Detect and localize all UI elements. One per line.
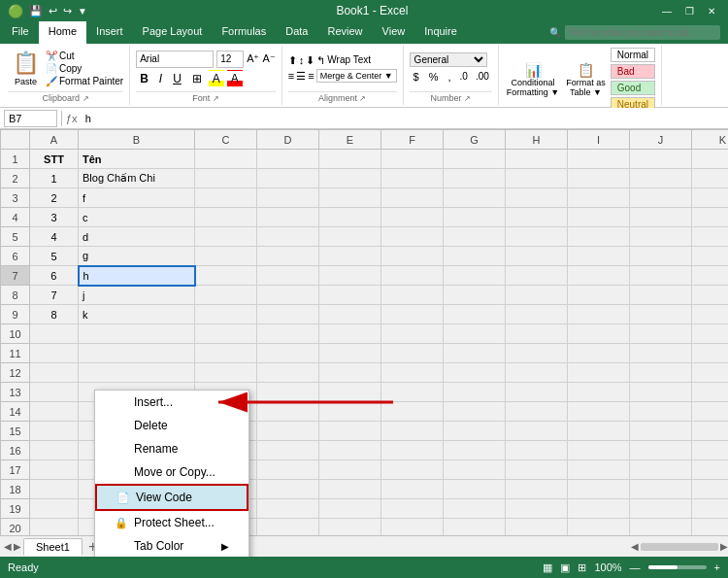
style-normal[interactable]: Normal bbox=[611, 48, 655, 62]
cell-k1[interactable] bbox=[692, 150, 729, 169]
cell-j5[interactable] bbox=[630, 227, 692, 247]
cell-i10[interactable] bbox=[568, 324, 630, 344]
cell-e6[interactable] bbox=[319, 247, 381, 266]
cell-e20[interactable] bbox=[319, 519, 381, 536]
cell-e3[interactable] bbox=[319, 188, 381, 208]
cell-a17[interactable] bbox=[30, 460, 79, 480]
cell-a5[interactable]: 4 bbox=[30, 227, 79, 247]
cell-f10[interactable] bbox=[381, 324, 444, 344]
cell-j10[interactable] bbox=[630, 324, 692, 344]
cell-d18[interactable] bbox=[257, 480, 319, 499]
cell-h6[interactable] bbox=[506, 247, 568, 266]
cell-b2[interactable]: Blog Chấm Chi bbox=[79, 169, 195, 188]
cell-k4[interactable] bbox=[692, 208, 729, 227]
row-header-20[interactable]: 20 bbox=[1, 519, 30, 536]
quick-access-undo[interactable]: ↩ bbox=[49, 5, 57, 17]
cell-d17[interactable] bbox=[257, 460, 319, 480]
cell-g1[interactable] bbox=[444, 150, 506, 169]
cell-c4[interactable] bbox=[195, 208, 257, 227]
row-header-2[interactable]: 2 bbox=[1, 169, 30, 188]
row-header-16[interactable]: 16 bbox=[1, 441, 30, 460]
cell-i17[interactable] bbox=[568, 460, 630, 480]
merge-center-button[interactable]: Merge & Center ▼ bbox=[316, 69, 397, 83]
cell-a6[interactable]: 5 bbox=[30, 247, 79, 266]
scroll-bar-left[interactable]: ◀ bbox=[631, 541, 639, 552]
cell-k5[interactable] bbox=[692, 227, 729, 247]
cell-j3[interactable] bbox=[630, 188, 692, 208]
cell-e8[interactable] bbox=[319, 286, 381, 305]
quick-access-more[interactable]: ▼ bbox=[78, 6, 87, 17]
cell-k7[interactable] bbox=[692, 266, 729, 286]
tab-inquire[interactable]: Inquire bbox=[414, 21, 467, 44]
cell-k14[interactable] bbox=[692, 402, 729, 422]
cell-j19[interactable] bbox=[630, 499, 692, 519]
cell-k17[interactable] bbox=[692, 460, 729, 480]
scroll-right-icon[interactable]: ▶ bbox=[14, 541, 21, 552]
cell-a3[interactable]: 2 bbox=[30, 188, 79, 208]
cut-button[interactable]: ✂️ Cut bbox=[46, 51, 123, 61]
align-middle-button[interactable]: ↕ bbox=[299, 54, 305, 67]
cell-b1[interactable]: Tên bbox=[79, 150, 195, 169]
cell-c7[interactable] bbox=[195, 266, 257, 286]
context-menu-tab-color[interactable]: Tab Color ▶ bbox=[95, 534, 248, 557]
cell-d15[interactable] bbox=[257, 422, 319, 441]
cell-f20[interactable] bbox=[381, 519, 444, 536]
cell-e1[interactable] bbox=[319, 150, 381, 169]
cell-a4[interactable]: 3 bbox=[30, 208, 79, 227]
row-header-12[interactable]: 12 bbox=[1, 363, 30, 383]
cell-k8[interactable] bbox=[692, 286, 729, 305]
cell-i13[interactable] bbox=[568, 383, 630, 402]
style-good[interactable]: Good bbox=[611, 81, 655, 95]
cell-d9[interactable] bbox=[257, 305, 319, 324]
row-header-5[interactable]: 5 bbox=[1, 227, 30, 247]
col-header-e[interactable]: E bbox=[319, 130, 381, 150]
cell-e12[interactable] bbox=[319, 363, 381, 383]
quick-access-redo[interactable]: ↪ bbox=[63, 5, 72, 17]
cell-j8[interactable] bbox=[630, 286, 692, 305]
cell-f18[interactable] bbox=[381, 480, 444, 499]
name-box[interactable] bbox=[4, 110, 57, 127]
cell-k9[interactable] bbox=[692, 305, 729, 324]
cell-a1[interactable]: STT bbox=[30, 150, 79, 169]
cell-j4[interactable] bbox=[630, 208, 692, 227]
cell-h18[interactable] bbox=[506, 480, 568, 499]
cell-e7[interactable] bbox=[319, 266, 381, 286]
cell-k2[interactable] bbox=[692, 169, 729, 188]
cell-f5[interactable] bbox=[381, 227, 444, 247]
cell-g4[interactable] bbox=[444, 208, 506, 227]
cell-c12[interactable] bbox=[195, 363, 257, 383]
cell-c10[interactable] bbox=[195, 324, 257, 344]
cell-c9[interactable] bbox=[195, 305, 257, 324]
cell-d1[interactable] bbox=[257, 150, 319, 169]
tab-formulas[interactable]: Formulas bbox=[212, 21, 276, 44]
cell-d3[interactable] bbox=[257, 188, 319, 208]
view-normal-icon[interactable]: ▦ bbox=[543, 561, 552, 574]
row-header-4[interactable]: 4 bbox=[1, 208, 30, 227]
italic-button[interactable]: I bbox=[155, 70, 166, 87]
cell-g10[interactable] bbox=[444, 324, 506, 344]
cell-f7[interactable] bbox=[381, 266, 444, 286]
cell-i9[interactable] bbox=[568, 305, 630, 324]
cell-d4[interactable] bbox=[257, 208, 319, 227]
cell-g9[interactable] bbox=[444, 305, 506, 324]
cell-d5[interactable] bbox=[257, 227, 319, 247]
tab-insert[interactable]: Insert bbox=[86, 21, 133, 44]
style-bad[interactable]: Bad bbox=[611, 64, 655, 79]
cell-g20[interactable] bbox=[444, 519, 506, 536]
cell-b6[interactable]: g bbox=[79, 247, 195, 266]
cell-a10[interactable] bbox=[30, 324, 79, 344]
cell-i18[interactable] bbox=[568, 480, 630, 499]
border-button[interactable]: ⊞ bbox=[188, 70, 206, 87]
align-left-button[interactable]: ≡ bbox=[288, 70, 294, 82]
cell-i20[interactable] bbox=[568, 519, 630, 536]
cell-c3[interactable] bbox=[195, 188, 257, 208]
cell-j20[interactable] bbox=[630, 519, 692, 536]
cell-k19[interactable] bbox=[692, 499, 729, 519]
cell-f12[interactable] bbox=[381, 363, 444, 383]
cell-f6[interactable] bbox=[381, 247, 444, 266]
cell-h10[interactable] bbox=[506, 324, 568, 344]
format-painter-button[interactable]: 🖌️ Format Painter bbox=[46, 76, 123, 86]
percent-button[interactable]: % bbox=[425, 69, 443, 85]
cell-j2[interactable] bbox=[630, 169, 692, 188]
cell-e10[interactable] bbox=[319, 324, 381, 344]
